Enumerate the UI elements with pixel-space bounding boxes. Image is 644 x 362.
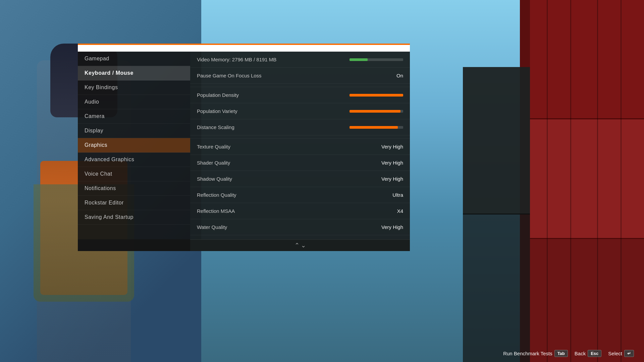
bottom-bar: Run Benchmark TestsTabBackEscSelect↵ [0, 345, 644, 362]
settings-title-bar [78, 44, 410, 52]
row-value-reflection-quality: Ultra [392, 192, 403, 198]
row-label-shader-quality: Shader Quality [197, 160, 381, 166]
progress-bar-wrap-population-variety [350, 110, 403, 113]
content-row-texture-quality: Texture QualityVery High [190, 139, 410, 155]
nav-scroll-spacer [78, 239, 190, 251]
container-mid [463, 67, 530, 362]
content-spacer [190, 84, 410, 87]
bottom-action-label-back: Back [575, 351, 586, 356]
settings-content[interactable]: Video Memory: 2796 MB / 8191 MBPause Gam… [190, 52, 410, 239]
sidebar-item-display[interactable]: Display [78, 124, 190, 138]
row-label-population-density: Population Density [197, 92, 350, 98]
row-label-population-variety: Population Variety [197, 108, 350, 114]
content-row-population-density: Population Density [190, 87, 410, 103]
bottom-action-back[interactable]: BackEsc [575, 350, 602, 357]
key-badge-run-benchmark: Tab [554, 350, 568, 357]
sidebar-item-camera[interactable]: Camera [78, 109, 190, 124]
content-row-population-variety: Population Variety [190, 103, 410, 119]
content-row-shadow-quality: Shadow QualityVery High [190, 171, 410, 187]
container-right [530, 0, 644, 362]
bottom-action-run-benchmark[interactable]: Run Benchmark TestsTab [503, 350, 568, 357]
settings-body: GamepadKeyboard / MouseKey BindingsAudio… [78, 52, 410, 239]
row-label-water-quality: Water Quality [197, 224, 381, 230]
content-row-distance-scaling: Distance Scaling [190, 119, 410, 135]
row-label-reflection-quality: Reflection Quality [197, 192, 392, 198]
content-row-reflection-msaa: Reflection MSAAX4 [190, 203, 410, 219]
row-value-pause-game: On [396, 73, 403, 78]
content-row-reflection-quality: Reflection QualityUltra [190, 187, 410, 203]
bottom-action-label-select: Select [608, 351, 622, 356]
scroll-up-icon[interactable]: ⌃ [294, 242, 300, 248]
bottom-action-select[interactable]: Select↵ [608, 350, 634, 357]
row-value-texture-quality: Very High [381, 144, 403, 149]
sidebar-item-advanced-graphics[interactable]: Advanced Graphics [78, 153, 190, 167]
scroll-arrows[interactable]: ⌃ ⌄ [190, 239, 410, 251]
row-label-distance-scaling: Distance Scaling [197, 124, 350, 130]
bottom-action-label-run-benchmark: Run Benchmark Tests [503, 351, 552, 356]
row-label-video-memory: Video Memory: 2796 MB / 8191 MB [197, 57, 350, 62]
progress-bar-wrap-population-density [350, 94, 403, 97]
row-value-reflection-msaa: X4 [397, 208, 403, 214]
sidebar-item-keyboard-mouse[interactable]: Keyboard / Mouse [78, 66, 190, 80]
sidebar-item-audio[interactable]: Audio [78, 95, 190, 109]
progress-bar-fill-population-density [350, 94, 403, 97]
settings-panel: GamepadKeyboard / MouseKey BindingsAudio… [78, 44, 410, 251]
key-badge-back: Esc [588, 350, 601, 357]
settings-nav: GamepadKeyboard / MouseKey BindingsAudio… [78, 52, 190, 239]
content-row-shader-quality: Shader QualityVery High [190, 155, 410, 171]
row-label-shadow-quality: Shadow Quality [197, 176, 381, 182]
key-badge-select: ↵ [624, 350, 634, 357]
sidebar-item-key-bindings[interactable]: Key Bindings [78, 80, 190, 95]
sidebar-item-notifications[interactable]: Notifications [78, 181, 190, 196]
progress-bar-fill-video-memory [350, 58, 368, 61]
progress-bar-fill-distance-scaling [350, 126, 398, 129]
sidebar-item-saving-startup[interactable]: Saving And Startup [78, 210, 190, 225]
row-label-texture-quality: Texture Quality [197, 144, 381, 149]
progress-bar-wrap-video-memory [350, 58, 403, 61]
progress-bar-fill-population-variety [350, 110, 400, 113]
row-value-shadow-quality: Very High [381, 176, 403, 182]
sidebar-item-rockstar-editor[interactable]: Rockstar Editor [78, 196, 190, 210]
content-row-pause-game: Pause Game On Focus LossOn [190, 68, 410, 84]
row-label-reflection-msaa: Reflection MSAA [197, 208, 397, 214]
row-label-pause-game: Pause Game On Focus Loss [197, 73, 396, 78]
content-spacer [190, 135, 410, 139]
content-row-particles-quality: Particles QualityVery High [190, 235, 410, 239]
sidebar-item-voice-chat[interactable]: Voice Chat [78, 167, 190, 181]
row-value-shader-quality: Very High [381, 160, 403, 166]
content-row-water-quality: Water QualityVery High [190, 219, 410, 235]
sidebar-item-graphics[interactable]: Graphics [78, 138, 190, 153]
content-row-video-memory: Video Memory: 2796 MB / 8191 MB [190, 52, 410, 68]
row-value-water-quality: Very High [381, 224, 403, 230]
scroll-down-icon[interactable]: ⌄ [301, 242, 306, 248]
progress-bar-wrap-distance-scaling [350, 126, 403, 129]
scroll-bar: ⌃ ⌄ [78, 239, 410, 251]
sidebar-item-gamepad[interactable]: Gamepad [78, 52, 190, 66]
